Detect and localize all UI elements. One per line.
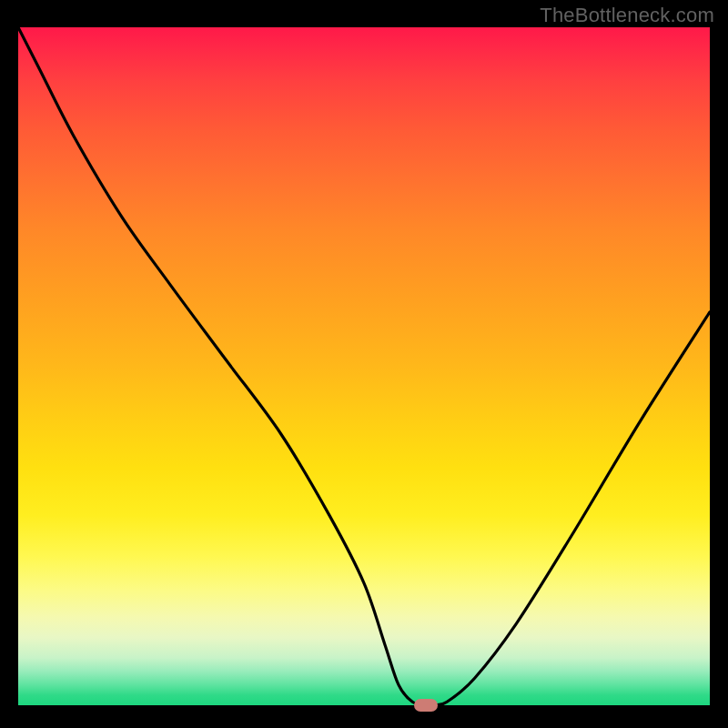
plot-area — [18, 27, 710, 705]
chart-container: TheBottleneck.com — [0, 0, 728, 728]
bottleneck-curve — [18, 27, 710, 705]
optimum-marker — [414, 699, 438, 712]
curve-svg — [18, 27, 710, 705]
watermark-text: TheBottleneck.com — [540, 4, 714, 27]
